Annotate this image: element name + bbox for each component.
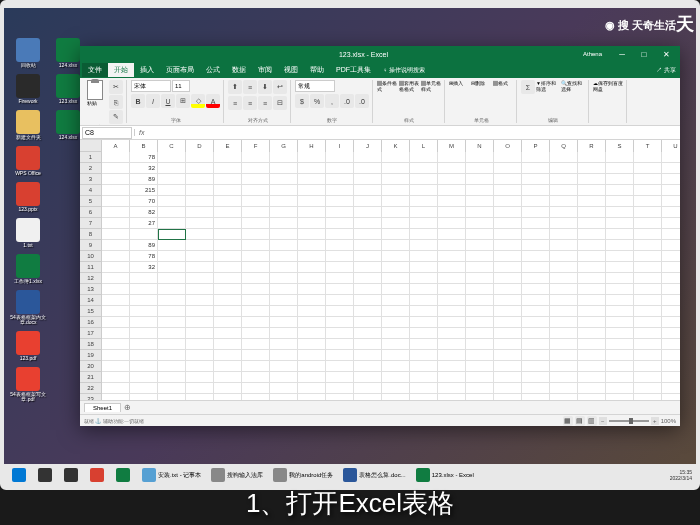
cell-N6[interactable] [466, 207, 494, 218]
cell-G3[interactable] [270, 174, 298, 185]
cell-J21[interactable] [354, 372, 382, 383]
cell-F4[interactable] [242, 185, 270, 196]
cell-Q20[interactable] [550, 361, 578, 372]
row-header-3[interactable]: 3 [80, 174, 101, 185]
cell-T14[interactable] [634, 295, 662, 306]
cell-C16[interactable] [158, 317, 186, 328]
cell-L15[interactable] [410, 306, 438, 317]
cell-J13[interactable] [354, 284, 382, 295]
cell-O1[interactable] [494, 152, 522, 163]
cell-Q17[interactable] [550, 328, 578, 339]
cell-J14[interactable] [354, 295, 382, 306]
col-header-M[interactable]: M [438, 140, 466, 152]
cell-E20[interactable] [214, 361, 242, 372]
col-header-N[interactable]: N [466, 140, 494, 152]
cell-B1[interactable]: 78 [130, 152, 158, 163]
cell-I17[interactable] [326, 328, 354, 339]
col-header-E[interactable]: E [214, 140, 242, 152]
cell-S2[interactable] [606, 163, 634, 174]
cell-L1[interactable] [410, 152, 438, 163]
row-header-19[interactable]: 19 [80, 350, 101, 361]
cell-F14[interactable] [242, 295, 270, 306]
cell-I6[interactable] [326, 207, 354, 218]
cell-D22[interactable] [186, 383, 214, 394]
cell-J3[interactable] [354, 174, 382, 185]
cell-G14[interactable] [270, 295, 298, 306]
align-left-button[interactable]: ≡ [228, 96, 242, 110]
cell-N22[interactable] [466, 383, 494, 394]
cell-S22[interactable] [606, 383, 634, 394]
cell-A11[interactable] [102, 262, 130, 273]
desktop-icon[interactable]: 工作簿1.xlsx [10, 254, 46, 284]
cell-B15[interactable] [130, 306, 158, 317]
cell-Q19[interactable] [550, 350, 578, 361]
cell-U14[interactable] [662, 295, 680, 306]
cell-Q1[interactable] [550, 152, 578, 163]
percent-button[interactable]: % [310, 94, 324, 108]
cell-M7[interactable] [438, 218, 466, 229]
insert-cells-button[interactable]: ⊞插入 [449, 80, 469, 108]
cell-H11[interactable] [298, 262, 326, 273]
cell-U20[interactable] [662, 361, 680, 372]
system-tray-clock[interactable]: 15:35 2022/3/14 [670, 469, 692, 481]
cell-M18[interactable] [438, 339, 466, 350]
cell-D23[interactable] [186, 394, 214, 400]
view-normal-button[interactable]: ▦ [563, 416, 573, 426]
cell-O19[interactable] [494, 350, 522, 361]
cell-J18[interactable] [354, 339, 382, 350]
cell-N3[interactable] [466, 174, 494, 185]
cell-T16[interactable] [634, 317, 662, 328]
cell-B16[interactable] [130, 317, 158, 328]
underline-button[interactable]: U [161, 94, 175, 108]
cell-U21[interactable] [662, 372, 680, 383]
cell-E16[interactable] [214, 317, 242, 328]
cell-S7[interactable] [606, 218, 634, 229]
cell-C10[interactable] [158, 251, 186, 262]
cell-H23[interactable] [298, 394, 326, 400]
comma-button[interactable]: , [325, 94, 339, 108]
row-header-7[interactable]: 7 [80, 218, 101, 229]
desktop-icon[interactable]: Firework [10, 74, 46, 104]
cell-P12[interactable] [522, 273, 550, 284]
row-header-10[interactable]: 10 [80, 251, 101, 262]
cell-L18[interactable] [410, 339, 438, 350]
cell-G2[interactable] [270, 163, 298, 174]
cell-D14[interactable] [186, 295, 214, 306]
font-color-button[interactable]: A [206, 94, 220, 108]
cell-J10[interactable] [354, 251, 382, 262]
cell-P22[interactable] [522, 383, 550, 394]
row-header-18[interactable]: 18 [80, 339, 101, 350]
cell-C11[interactable] [158, 262, 186, 273]
cell-H16[interactable] [298, 317, 326, 328]
cell-Q23[interactable] [550, 394, 578, 400]
cell-R1[interactable] [578, 152, 606, 163]
cell-L22[interactable] [410, 383, 438, 394]
cell-R23[interactable] [578, 394, 606, 400]
cell-C9[interactable] [158, 240, 186, 251]
cell-C1[interactable] [158, 152, 186, 163]
cell-N7[interactable] [466, 218, 494, 229]
cell-Q9[interactable] [550, 240, 578, 251]
cell-F5[interactable] [242, 196, 270, 207]
cell-J20[interactable] [354, 361, 382, 372]
cell-D21[interactable] [186, 372, 214, 383]
cell-P13[interactable] [522, 284, 550, 295]
sort-filter-button[interactable]: ▼排序和筛选 [536, 80, 560, 108]
cell-M8[interactable] [438, 229, 466, 240]
cell-H20[interactable] [298, 361, 326, 372]
cell-G20[interactable] [270, 361, 298, 372]
cell-R8[interactable] [578, 229, 606, 240]
cell-C12[interactable] [158, 273, 186, 284]
select-all-corner[interactable] [80, 140, 102, 152]
cell-L13[interactable] [410, 284, 438, 295]
cell-A23[interactable] [102, 394, 130, 400]
cell-H10[interactable] [298, 251, 326, 262]
cell-C3[interactable] [158, 174, 186, 185]
cell-U12[interactable] [662, 273, 680, 284]
cell-B13[interactable] [130, 284, 158, 295]
cell-G6[interactable] [270, 207, 298, 218]
cell-B21[interactable] [130, 372, 158, 383]
cell-S12[interactable] [606, 273, 634, 284]
cell-F21[interactable] [242, 372, 270, 383]
cell-O11[interactable] [494, 262, 522, 273]
